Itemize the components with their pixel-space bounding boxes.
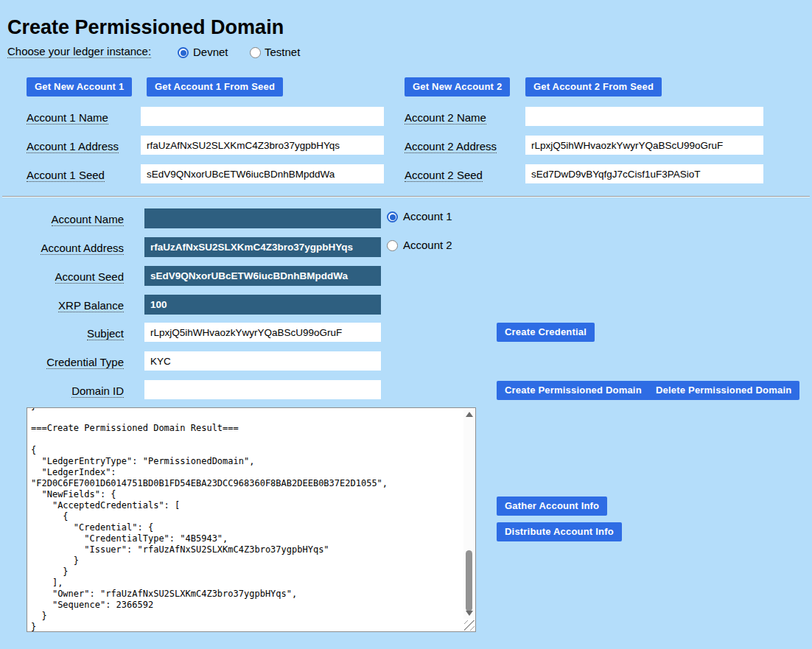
- testnet-radio-label[interactable]: Testnet: [265, 46, 300, 58]
- create-permissioned-domain-button[interactable]: Create Permissioned Domain: [497, 381, 650, 400]
- page-title: Create Permissioned Domain: [7, 16, 284, 39]
- ledger-instance-label: Choose your ledger instance:: [7, 45, 151, 57]
- resize-grip-icon[interactable]: [464, 620, 475, 631]
- get-account1-from-seed-button[interactable]: Get Account 1 From Seed: [147, 77, 283, 97]
- xrp-balance-field[interactable]: [144, 295, 381, 315]
- distribute-account-info-button[interactable]: Distribute Account Info: [497, 522, 622, 541]
- account2-select-label[interactable]: Account 2: [403, 239, 452, 251]
- account-seed-label: Account Seed: [0, 270, 124, 283]
- account2-name-label: Account 2 Name: [405, 111, 486, 124]
- account1-seed-input[interactable]: [141, 164, 384, 183]
- page: Create Permissioned Domain Choose your l…: [0, 0, 812, 649]
- credential-type-input[interactable]: [144, 351, 381, 371]
- domain-id-label: Domain ID: [0, 385, 124, 397]
- devnet-radio[interactable]: [178, 47, 189, 58]
- account-name-field[interactable]: [144, 208, 381, 228]
- account1-seed-label: Account 1 Seed: [27, 169, 105, 181]
- get-new-account2-button[interactable]: Get New Account 2: [405, 77, 510, 97]
- subject-input[interactable]: [144, 323, 381, 342]
- account1-name-input[interactable]: [141, 107, 384, 126]
- account2-seed-input[interactable]: [525, 164, 763, 183]
- credential-type-label: Credential Type: [0, 356, 124, 368]
- account2-select-radio[interactable]: [387, 240, 398, 251]
- account2-seed-label: Account 2 Seed: [405, 169, 483, 181]
- account1-name-label: Account 1 Name: [27, 111, 108, 124]
- scrollbar-thumb[interactable]: [466, 550, 472, 611]
- account1-select-label[interactable]: Account 1: [403, 210, 452, 222]
- account1-address-label: Account 1 Address: [27, 140, 119, 152]
- account2-name-input[interactable]: [525, 107, 763, 126]
- xrp-balance-label: XRP Balance: [0, 299, 124, 312]
- account2-address-input[interactable]: [525, 136, 763, 155]
- subject-label: Subject: [0, 327, 124, 340]
- create-credential-button[interactable]: Create Credential: [497, 323, 595, 342]
- section-divider: [2, 196, 810, 197]
- account-name-label: Account Name: [0, 213, 124, 225]
- account2-address-label: Account 2 Address: [405, 140, 497, 152]
- devnet-radio-label[interactable]: Devnet: [193, 46, 228, 58]
- gather-account-info-button[interactable]: Gather Account Info: [497, 497, 607, 516]
- domain-id-input[interactable]: [144, 380, 381, 399]
- get-account2-from-seed-button[interactable]: Get Account 2 From Seed: [525, 77, 662, 97]
- account-seed-field[interactable]: [144, 266, 381, 286]
- scroll-up-icon[interactable]: [466, 412, 473, 417]
- account-address-label: Account Address: [0, 242, 124, 254]
- account-address-field[interactable]: [144, 237, 381, 257]
- account1-select-radio[interactable]: [387, 211, 398, 222]
- delete-permissioned-domain-button[interactable]: Delete Permissioned Domain: [648, 381, 799, 400]
- get-new-account1-button[interactable]: Get New Account 1: [27, 77, 132, 97]
- account1-address-input[interactable]: [141, 136, 384, 155]
- result-textarea[interactable]: } ===Create Permissioned Domain Result==…: [27, 407, 476, 632]
- result-text: } ===Create Permissioned Domain Result==…: [27, 407, 475, 632]
- scroll-down-icon[interactable]: [466, 611, 473, 616]
- testnet-radio[interactable]: [250, 47, 261, 58]
- scrollbar[interactable]: [463, 409, 475, 619]
